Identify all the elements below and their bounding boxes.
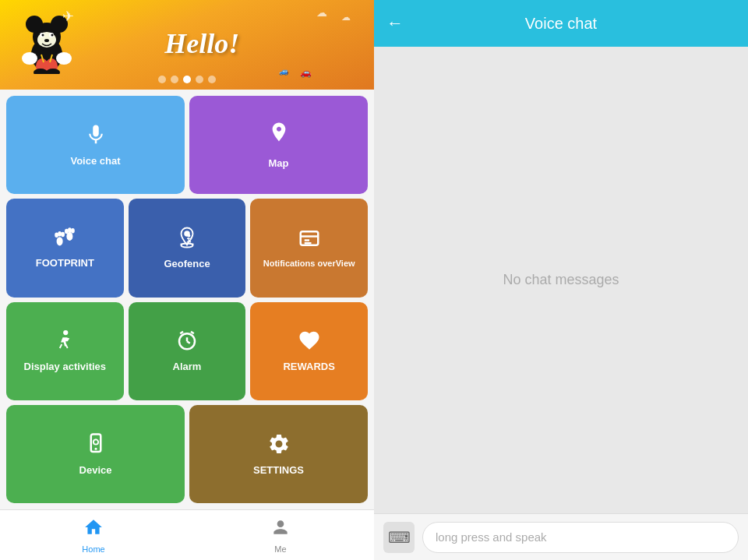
- svg-line-42: [191, 332, 194, 334]
- menu-grid: Voice chat Map: [0, 90, 374, 509]
- person-icon: [270, 517, 291, 542]
- alarm-icon: [175, 329, 199, 356]
- grid-row-3: Display activities Alarm: [6, 302, 368, 400]
- map-button[interactable]: Map: [189, 96, 368, 194]
- voice-chat-header: ← Voice chat: [374, 0, 748, 47]
- notification-icon: [298, 227, 321, 254]
- dot-4: [196, 76, 203, 83]
- svg-point-45: [93, 439, 97, 444]
- dot-5: [208, 76, 216, 83]
- speak-input[interactable]: long press and speak: [422, 522, 739, 553]
- notifications-button[interactable]: Notifications overView: [250, 199, 368, 297]
- svg-point-18: [57, 237, 63, 245]
- svg-point-11: [56, 52, 72, 65]
- footprint-label: FOOTPRINT: [36, 257, 94, 269]
- alarm-label: Alarm: [173, 361, 202, 373]
- airplane-icon: ✈: [62, 8, 74, 25]
- nav-me[interactable]: Me: [187, 510, 374, 560]
- voice-chat-button[interactable]: Voice chat: [6, 96, 185, 194]
- grid-row-2: FOOTPRINT Geofence: [6, 199, 368, 297]
- geofence-icon: [175, 226, 199, 253]
- alarm-button[interactable]: Alarm: [129, 302, 246, 400]
- back-arrow-icon: ←: [386, 13, 404, 33]
- map-pin-icon: [266, 121, 291, 153]
- activity-icon: [53, 329, 76, 356]
- nav-home[interactable]: Home: [0, 510, 187, 560]
- svg-line-37: [66, 344, 69, 348]
- speak-placeholder: long press and speak: [436, 530, 547, 544]
- cloud-icon2: ☁: [341, 12, 351, 23]
- rewards-button[interactable]: REWARDS: [250, 302, 368, 400]
- home-label: Home: [82, 544, 104, 554]
- settings-button[interactable]: SETTINGS: [189, 405, 368, 503]
- display-activities-button[interactable]: Display activities: [6, 302, 124, 400]
- settings-icon: [267, 432, 291, 460]
- home-icon: [83, 517, 104, 542]
- voice-chat-label: Voice chat: [70, 155, 120, 167]
- notifications-label: Notifications overView: [263, 259, 355, 269]
- svg-point-2: [26, 16, 43, 33]
- banner: Hello! ✈ ☁ ☁ 🚗 🚙: [0, 0, 374, 90]
- cloud-icon: ☁: [316, 6, 327, 19]
- device-button[interactable]: Device: [6, 405, 185, 503]
- back-button[interactable]: ←: [386, 13, 404, 33]
- car2-icon: 🚙: [279, 67, 288, 76]
- map-label: Map: [269, 157, 289, 170]
- svg-point-21: [62, 232, 65, 237]
- voice-chat-title: Voice chat: [525, 15, 597, 33]
- svg-point-9: [44, 39, 49, 42]
- chat-messages-area: No chat messages: [374, 47, 748, 513]
- svg-point-35: [63, 330, 68, 335]
- banner-pagination: [158, 76, 216, 83]
- svg-point-44: [94, 447, 97, 449]
- grid-row-4: Device SETTINGS: [6, 405, 368, 503]
- settings-label: SETTINGS: [253, 464, 304, 477]
- left-panel: Hello! ✈ ☁ ☁ 🚗 🚙 Voice chat: [0, 0, 374, 560]
- keyboard-icon: ⌨: [388, 528, 411, 547]
- bottom-navigation: Home Me: [0, 509, 374, 560]
- grid-row-1: Voice chat Map: [6, 96, 368, 194]
- rewards-label: REWARDS: [283, 361, 334, 373]
- display-activities-label: Display activities: [24, 361, 107, 373]
- car-icon: 🚗: [300, 67, 312, 78]
- svg-point-10: [22, 52, 37, 65]
- svg-line-36: [60, 344, 62, 348]
- banner-cartoon: [8, 4, 86, 74]
- no-messages-text: No chat messages: [503, 272, 619, 288]
- device-icon: [84, 432, 108, 460]
- dot-3: [183, 76, 191, 83]
- footprint-button[interactable]: FOOTPRINT: [6, 199, 124, 297]
- reward-icon: [298, 329, 321, 356]
- banner-hello-text: Hello!: [164, 27, 239, 60]
- dot-1: [158, 76, 166, 83]
- voice-input-bar: ⌨ long press and speak: [374, 513, 748, 560]
- svg-point-30: [188, 234, 191, 238]
- svg-point-25: [71, 228, 75, 233]
- svg-point-7: [42, 34, 44, 37]
- svg-line-40: [187, 342, 190, 344]
- geofence-button[interactable]: Geofence: [129, 199, 246, 297]
- me-label: Me: [274, 544, 286, 554]
- mic-icon: [84, 123, 108, 150]
- svg-point-8: [51, 34, 54, 37]
- dot-2: [171, 76, 178, 83]
- svg-line-41: [180, 332, 183, 334]
- footprint-icon: [52, 227, 77, 252]
- geofence-label: Geofence: [164, 258, 210, 270]
- device-label: Device: [79, 464, 112, 477]
- keyboard-button[interactable]: ⌨: [383, 522, 415, 553]
- right-panel: ← Voice chat No chat messages ⌨ long pre…: [374, 0, 748, 560]
